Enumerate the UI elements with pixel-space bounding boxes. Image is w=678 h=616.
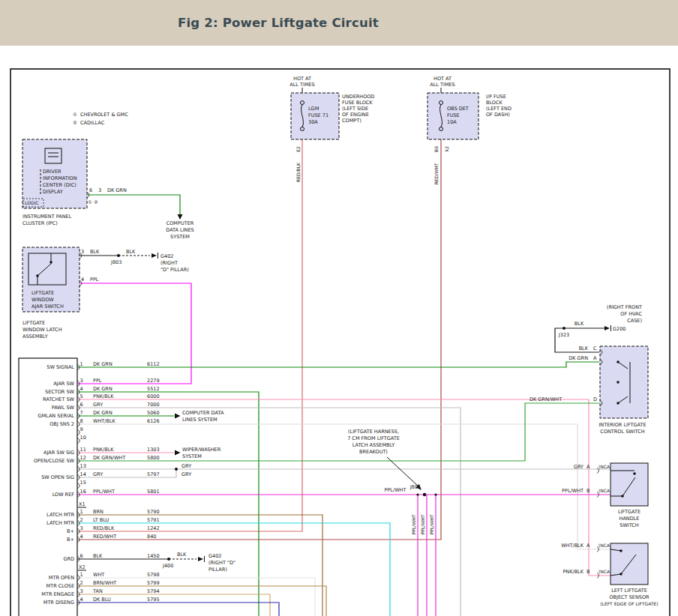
- circuit-number: 1242: [147, 525, 160, 531]
- harness-note-1: (LIFTGATE HARNESS,: [348, 429, 399, 435]
- sensor-pin-a: A: [586, 543, 590, 549]
- latch-assembly-name-3: ASSEMBLY: [22, 333, 48, 339]
- junction-ppl-wht-1: [416, 493, 418, 495]
- ipc-pin-6: 6: [89, 187, 92, 193]
- junction-j804-label: J804: [410, 484, 421, 490]
- pin-function-label: PAWL SW: [52, 405, 75, 411]
- interior-switch-name-1: INTERIOR LIFTGATE: [598, 422, 646, 428]
- sensor-pin-a-color: WHT/BLK: [561, 543, 584, 549]
- handle-pin-a-nca: (NCA: [598, 464, 610, 469]
- pin-function-label: LATCH MTR: [46, 520, 74, 526]
- pin-number: 6: [80, 553, 83, 559]
- handle-switch-box: [610, 463, 648, 506]
- interior-switch-contact-mid: [616, 381, 620, 384]
- harness-note-pointer: [387, 457, 420, 488]
- pin-number: 11: [80, 447, 86, 453]
- ipc-pin-3: 3: [98, 187, 101, 193]
- circuit-number: 5797: [147, 471, 160, 477]
- dic-label-2: INFORMATION: [43, 175, 77, 181]
- circuit-number: 5060: [147, 410, 160, 416]
- fuse2-block-3: (LEFT END: [486, 106, 512, 112]
- wire-color-label: BLK: [93, 553, 103, 559]
- fuse1-name-2: FUSE 71: [308, 112, 328, 118]
- wire-color-label: DK BLU: [93, 597, 111, 603]
- g402-bottom-name: G402: [208, 553, 221, 559]
- wire-color-label: DK GRN: [93, 410, 112, 416]
- ppl-wht-branch-label-2: PPL/WHT: [420, 514, 425, 534]
- circuit-number: 5790: [147, 509, 160, 515]
- handle-pin-b: B: [586, 488, 590, 494]
- junction-j803-label: J803: [110, 259, 122, 265]
- handle-switch-name-2: HANDLE: [620, 516, 640, 522]
- circuit-number: 5799: [147, 580, 160, 586]
- pin-number: 15: [80, 480, 86, 486]
- fuse2-hot-2: ALL TIMES: [430, 82, 454, 88]
- legend-item-1: CHEVROLET & GMC: [80, 112, 128, 118]
- wiring-diagram: ① CHEVROLET & GMC ② CADILLAC HOT AT ALL …: [0, 0, 678, 616]
- circuit-number: 5801: [147, 489, 160, 495]
- pin-number: 14: [80, 471, 86, 477]
- g200-blk-label: BLK: [574, 321, 584, 327]
- fuse2-block-4: OF DASH): [486, 112, 510, 118]
- wire-color-label: WHT: [93, 572, 104, 578]
- wire-color-label-splice: GRY: [182, 471, 191, 477]
- ajar-switch-box: [28, 253, 66, 285]
- fuse1-block-5: COMPT): [342, 118, 362, 124]
- object-sensor-name-2: OBJECT SENSOR: [609, 594, 650, 600]
- handle-pin-b-nca: (NCA: [598, 488, 610, 493]
- ground-g200-icon: [604, 326, 610, 330]
- pin-number: 2: [80, 580, 83, 586]
- pin-number: 4: [80, 386, 83, 392]
- junction-gry-splice: [175, 468, 178, 471]
- ajar-switch-name-2: WINDOW: [32, 297, 54, 303]
- g402-bottom-loc-2: PILLAR): [208, 567, 227, 573]
- circuit-number: 6112: [147, 361, 160, 367]
- wire-gry-7000: [77, 408, 460, 616]
- g200-loc-2: OF HVAC: [620, 311, 642, 317]
- ipc-variant-marks: ① ②: [88, 199, 98, 205]
- gmlan-dest-1: COMPUTER DATA: [182, 410, 224, 416]
- gmlan-dest-2: LINES SYSTEM: [182, 417, 218, 423]
- fuse1-block-1: UNDERHOOD: [342, 94, 374, 100]
- interior-switch-box: [600, 346, 648, 418]
- pin-function-label: GMLAN SERIAL: [38, 413, 74, 419]
- sensor-pin-a-nca: (NCA: [598, 543, 610, 548]
- ipc-dest-1: COMPUTER: [166, 220, 194, 226]
- wire-color-label: LT BLU: [93, 517, 110, 523]
- wiper-dest-2: SYSTEM: [182, 453, 202, 459]
- harness-note-2: 7 CM FROM LIFTGATE: [347, 435, 400, 441]
- ajar-blk-label-2: BLK: [126, 249, 136, 255]
- handle-pin-a: A: [586, 464, 590, 470]
- connector-row-pin-15: 15: [77, 480, 86, 489]
- circuit-number: 2279: [147, 378, 160, 384]
- g402-top-loc-2: "D" PILLAR): [160, 267, 189, 273]
- ground-g402-top-icon: [152, 253, 157, 258]
- pin-number: 3: [80, 588, 83, 594]
- handle-switch-name-1: LIFTGATE: [618, 509, 640, 515]
- pin-function-label: MTR CLOSE: [46, 583, 74, 589]
- ipc-wire-color: DK GRN: [107, 187, 127, 193]
- g402-top-loc-1: (RIGHT: [160, 260, 178, 266]
- wire-color-label: DK GRN/WHT: [93, 455, 125, 461]
- ipc-name-2: CLUSTER (IPC): [22, 220, 58, 226]
- pin-function-label: AJAR SW SIG: [44, 450, 74, 456]
- pin-number: 10: [80, 435, 86, 441]
- ipc-dest-2: DATA LINES: [166, 227, 194, 233]
- interior-pin-c-color: BLK: [579, 345, 589, 351]
- ajar-switch-name-3: AJAR SWITCH: [32, 304, 64, 309]
- fuse1-name-3: 30A: [308, 119, 318, 125]
- dic-label-4: DISPLAY: [43, 189, 63, 195]
- wire-color-label: DK GRN: [93, 361, 112, 367]
- interior-pin-d: D: [593, 396, 597, 402]
- pin-function-label: GRD: [63, 556, 74, 562]
- fuse1-block-3: (LEFT SIDE: [342, 106, 368, 112]
- pin-number: 6: [80, 402, 83, 408]
- handle-switch-name-3: SWITCH: [620, 522, 639, 528]
- fuse1-name-1: LGM: [308, 106, 319, 112]
- g402-bottom-loc-1: (RIGHT "D": [208, 560, 236, 566]
- object-sensor-name-1: LEFT LIFTGATE: [611, 588, 647, 594]
- pin-number: 9: [80, 426, 83, 432]
- pin-number: 4: [80, 534, 83, 540]
- wires: [77, 88, 610, 616]
- connector-row-grd: GRD6BLK1450: [63, 553, 159, 563]
